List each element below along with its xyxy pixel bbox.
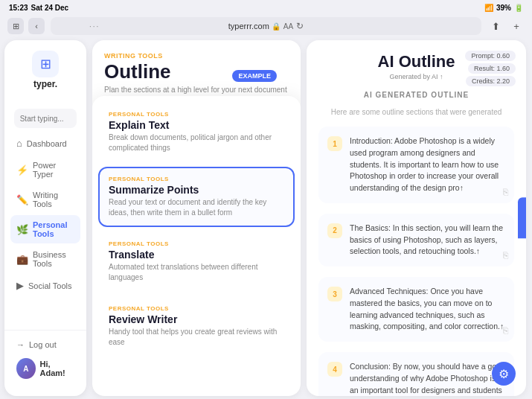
leaf-icon: 🌿 xyxy=(16,224,28,235)
outline-item-text-4: Conclusion: By now, you should have a go… xyxy=(350,361,505,396)
sidebar-item-writing-tools[interactable]: ✏️ Writing Tools xyxy=(10,185,80,214)
status-bar: 15:23 Sat 24 Dec 📶 39% 🔋 xyxy=(0,0,532,15)
tool-name-summarize: Summarize Points xyxy=(109,184,284,196)
briefcase-icon: 💼 xyxy=(16,254,28,265)
sidebar-item-social-tools[interactable]: ▶ Social Tools xyxy=(10,275,80,296)
copy-icon-2[interactable]: ⎘ xyxy=(503,250,508,261)
sidebar-footer: → Log out A Hi, Adam! xyxy=(4,330,86,389)
tool-card-review-writer[interactable]: PERSONAL TOOLS Review Writer Handy tool … xyxy=(98,296,295,357)
tool-name-explain: Explain Text xyxy=(109,119,284,131)
outline-item-text-3: Advanced Techniques: Once you have maste… xyxy=(350,286,505,333)
personal-tools-popup: PERSONAL TOOLS Explain Text Break down d… xyxy=(92,96,301,396)
social-icon: ▶ xyxy=(16,280,24,291)
sidebar-item-business-tools[interactable]: 💼 Business Tools xyxy=(10,245,80,273)
credit-badge: Credits: 2.20 xyxy=(466,76,516,86)
user-name: Hi, Adam! xyxy=(40,360,74,377)
logo: ⊞ typer. xyxy=(32,48,59,92)
back-button[interactable]: ‹ xyxy=(28,18,45,34)
tool-card-summarize[interactable]: PERSONAL TOOLS Summarize Points Read you… xyxy=(98,167,295,227)
main-layout: ⊞ typer. ⌂ Dashboard ⚡ Power Typer ✏️ Wr… xyxy=(0,37,532,399)
logo-icon: ⊞ xyxy=(32,51,59,77)
personal-tools-tag-3: PERSONAL TOOLS xyxy=(109,240,284,247)
sidebar-label-writing-tools: Writing Tools xyxy=(33,191,74,208)
sidebar: ⊞ typer. ⌂ Dashboard ⚡ Power Typer ✏️ Wr… xyxy=(4,40,86,396)
sidebar-label-business-tools: Business Tools xyxy=(33,250,74,268)
ai-panel: Prompt: 0.60 Result: 1.60 Credits: 2.20 … xyxy=(307,40,526,396)
tool-card-translate[interactable]: PERSONAL TOOLS Translate Automated text … xyxy=(98,232,295,292)
aa-label[interactable]: AA xyxy=(283,22,293,31)
pencil-icon: ✏️ xyxy=(16,194,28,205)
logout-icon: → xyxy=(16,340,25,349)
sidebar-label-social-tools: Social Tools xyxy=(28,281,72,290)
logout-label: Log out xyxy=(29,340,57,349)
copy-icon-1[interactable]: ⎘ xyxy=(503,187,508,197)
outline-number-4: 4 xyxy=(327,362,342,377)
sidebar-nav: ⌂ Dashboard ⚡ Power Typer ✏️ Writing Too… xyxy=(4,104,86,330)
sidebar-item-power-typer[interactable]: ⚡ Power Typer xyxy=(10,156,80,184)
search-input[interactable] xyxy=(14,109,77,128)
outline-number-2: 2 xyxy=(327,223,342,238)
battery-level: 39% xyxy=(496,4,511,12)
prompt-badge: Prompt: 0.60 xyxy=(465,51,516,61)
add-tab-button[interactable]: + xyxy=(508,18,525,34)
avatar-initials: A xyxy=(23,365,28,373)
logo-text: typer. xyxy=(33,79,57,89)
content-area: WRITING TOOLS Outline Plan the sections … xyxy=(86,37,532,399)
tool-name-review: Review Writer xyxy=(109,313,284,325)
personal-tools-tag-2: PERSONAL TOOLS xyxy=(109,176,284,182)
sidebar-label-power-typer: Power Typer xyxy=(33,161,74,179)
example-badge: EXAMPLE xyxy=(232,70,277,82)
browser-nav: ⊞ ‹ xyxy=(7,18,45,34)
browser-actions: ⬆ + xyxy=(487,18,525,34)
home-icon: ⌂ xyxy=(16,138,22,149)
personal-tools-tag-1: PERSONAL TOOLS xyxy=(109,111,284,118)
sidebar-item-dashboard[interactable]: ⌂ Dashboard xyxy=(10,133,80,154)
share-button[interactable]: ⬆ xyxy=(487,18,504,34)
url-text[interactable]: typerrr.com xyxy=(228,22,269,31)
browser-bar: ⊞ ‹ ··· typerrr.com 🔒 AA ↻ ⬆ + xyxy=(0,15,532,37)
personal-tools-tag-4: PERSONAL TOOLS xyxy=(109,305,284,312)
settings-gear-button[interactable]: ⚙ xyxy=(492,362,516,386)
sidebar-label-dashboard: Dashboard xyxy=(27,139,67,148)
lock-icon: 🔒 xyxy=(272,22,281,31)
whats-new-button[interactable]: What's New xyxy=(518,198,526,239)
battery-icon: 🔋 xyxy=(514,4,523,12)
tool-name-translate: Translate xyxy=(109,249,284,261)
status-date: Sat 24 Dec xyxy=(31,4,69,12)
tool-desc-summarize: Read your text or document and identify … xyxy=(109,197,284,218)
outline-item-text-2: The Basics: In this section, you will le… xyxy=(350,223,505,258)
sidebar-label-personal-tools: Personal Tools xyxy=(33,220,74,238)
result-badge: Result: 1.60 xyxy=(468,63,516,74)
tool-desc-review: Handy tool that helps you create great r… xyxy=(109,327,284,348)
outline-item-2: 2 The Basics: In this section, you will … xyxy=(318,214,514,266)
whats-new-label: What's New xyxy=(525,202,526,235)
user-info: A Hi, Adam! xyxy=(10,354,80,383)
status-time: 15:23 xyxy=(9,4,28,12)
logout-button[interactable]: → Log out xyxy=(10,336,80,353)
tool-desc-translate: Automated text translations between diff… xyxy=(109,262,284,283)
outline-item-1: 1 Introduction: Adobe Photoshop is a wid… xyxy=(318,127,514,203)
sidebar-item-personal-tools[interactable]: 🌿 Personal Tools xyxy=(10,215,80,243)
copy-icon-3[interactable]: ⎘ xyxy=(503,325,508,336)
tab-icon[interactable]: ⊞ xyxy=(7,18,24,34)
outline-panel: WRITING TOOLS Outline Plan the sections … xyxy=(92,40,301,396)
outline-item-3: 3 Advanced Techniques: Once you have mas… xyxy=(318,277,514,342)
ai-generated-label: AI GENERATED OUTLINE xyxy=(318,91,514,99)
outline-subtitle: Plan the sections at a high level for yo… xyxy=(104,86,289,94)
refresh-icon[interactable]: ↻ xyxy=(296,21,304,31)
outline-number-1: 1 xyxy=(327,136,342,151)
bolt-icon: ⚡ xyxy=(16,165,28,176)
outline-number-3: 3 xyxy=(327,287,342,301)
url-bar[interactable]: ··· typerrr.com 🔒 AA ↻ xyxy=(51,17,481,35)
tool-card-explain-text[interactable]: PERSONAL TOOLS Explain Text Break down d… xyxy=(98,102,295,162)
wifi-icon: 📶 xyxy=(484,4,493,12)
outline-item-text-1: Introduction: Adobe Photoshop is a widel… xyxy=(350,135,505,194)
dots-icon: ··· xyxy=(89,22,100,31)
outline-item-4: 4 Conclusion: By now, you should have a … xyxy=(318,352,514,396)
tool-desc-explain: Break down documents, political jargon a… xyxy=(109,133,284,153)
writing-tools-label: WRITING TOOLS xyxy=(104,52,289,60)
avatar: A xyxy=(16,358,36,379)
prompt-badges: Prompt: 0.60 Result: 1.60 Credits: 2.20 xyxy=(465,51,516,86)
whats-new-container: What's New xyxy=(518,198,526,239)
ai-generated-subtitle: Here are some outline sections that were… xyxy=(318,108,514,116)
